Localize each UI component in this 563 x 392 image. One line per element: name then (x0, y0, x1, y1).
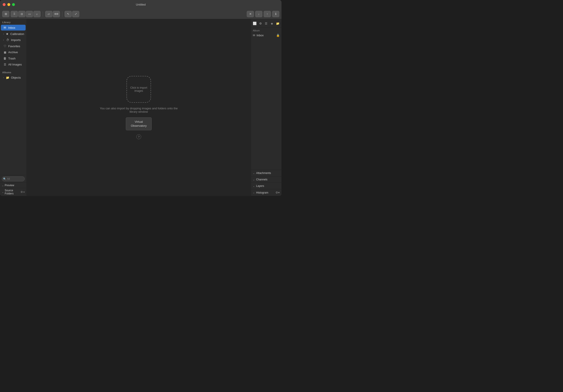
import-area: Click to import images You can also impo… (100, 76, 178, 139)
grid-view-button[interactable]: ⠿ (11, 11, 18, 17)
sidebar-item-objects[interactable]: › 📁 Objects (1, 75, 26, 80)
main-window: Untitled ⊞ ⠿ ⊟ ▭ ⌕ ▱ (0, 0, 282, 196)
channels-chevron-icon: ⌄ (253, 178, 255, 181)
panel-grid-button[interactable]: ⊞⊞ (53, 11, 60, 17)
stop-icon: ✕ (249, 12, 252, 16)
rp-diamond-icon: ◈ (271, 22, 273, 25)
attachments-section[interactable]: ⌄ Attachments (251, 170, 282, 176)
upload-button[interactable]: ↑ (264, 11, 271, 17)
search-mag-icon: 🔍 (3, 178, 6, 180)
compare-view-button[interactable]: ⊟ (18, 11, 26, 17)
right-panel-toolbar: ⬜ ⚙ ☰ ◈ 📁 (251, 19, 282, 28)
preview-chevron-icon: ⌄ (2, 184, 4, 187)
virtual-obs-line1: Virtual (135, 120, 143, 123)
rp-square-button[interactable]: ⬜ (252, 21, 257, 26)
detail-view-button[interactable]: ▭ (26, 11, 33, 17)
sidebar-item-inbox[interactable]: ✉ Inbox (1, 25, 26, 30)
preview-row[interactable]: ⌄ Preview (0, 183, 26, 188)
favorites-icon: ♡ (3, 44, 7, 48)
toolbar-sep-2 (62, 11, 62, 17)
toolbar: ⊞ ⠿ ⊟ ▭ ⌕ ▱ ⊞⊞ (0, 9, 282, 19)
panel-grid-icon: ⊞⊞ (54, 13, 58, 15)
histogram-section[interactable]: ⌄ Histogram ⚙▾ (251, 189, 282, 196)
toolbar-view-group: ⠿ ⊟ ▭ ⌕ (11, 11, 40, 17)
source-folders-chevron-icon: ⌄ (2, 191, 4, 194)
rp-sliders-button[interactable]: ⚙ (258, 21, 263, 26)
compare-view-icon: ⊟ (21, 13, 23, 16)
sidebar-item-calibration[interactable]: › ★ Calibration (1, 31, 26, 37)
right-panel-inbox-row: ✉ Inbox 🔒 (251, 32, 282, 38)
help-icon: ? (138, 135, 140, 139)
virtual-observatory-button[interactable]: Virtual Observatory (126, 117, 152, 130)
imports-icon: ⏱ (6, 38, 9, 42)
rp-list-button[interactable]: ☰ (264, 21, 269, 26)
toolbar-right-group: ✕ ↓ ↑ ℹ (247, 11, 279, 17)
rp-sliders-icon: ⚙ (259, 22, 262, 25)
maximize-button[interactable] (12, 3, 15, 6)
sidebar-item-all-images[interactable]: ☰ All Images (1, 62, 26, 67)
sidebar-item-objects-label: Objects (11, 76, 21, 79)
download-button[interactable]: ↓ (255, 11, 262, 17)
sidebar-item-archive-label: Archive (8, 51, 18, 54)
close-button[interactable] (3, 3, 6, 6)
lock-icon: 🔒 (276, 34, 280, 37)
sidebar-toggle-button[interactable]: ⊞ (2, 11, 9, 17)
select-tool-icon: ⤢ (75, 12, 77, 16)
histogram-chevron-icon: ⌄ (253, 191, 255, 194)
virtual-obs-line2: Observatory (131, 124, 147, 127)
grid-view-icon: ⠿ (13, 13, 15, 16)
sidebar: Library ✉ Inbox › ★ Calibration › ⏱ Impo… (0, 19, 27, 196)
rp-inbox-icon: ✉ (253, 34, 255, 37)
channels-label: Channels (256, 178, 268, 181)
panel-left-button[interactable]: ▱ (45, 11, 52, 17)
sidebar-item-trash[interactable]: 🗑 Trash (1, 55, 26, 61)
channels-section[interactable]: ⌄ Channels (251, 176, 282, 183)
toolbar-sep-1 (43, 11, 43, 17)
source-folders-gear-icon[interactable]: ⚙ (21, 190, 23, 194)
rp-folder-icon: 📁 (276, 22, 280, 25)
select-tool-button[interactable]: ⤢ (72, 11, 79, 17)
imports-chevron-icon: › (3, 39, 4, 41)
rp-folder-button[interactable]: 📁 (275, 21, 280, 26)
rp-diamond-button[interactable]: ◈ (269, 21, 274, 26)
minimize-button[interactable] (7, 3, 10, 6)
source-folders-dropdown-icon[interactable]: ▾ (23, 191, 25, 194)
all-images-icon: ☰ (3, 63, 7, 66)
source-folders-row[interactable]: ⌄ Source Folders ⚙ ▾ (0, 188, 26, 196)
sidebar-item-inbox-label: Inbox (8, 26, 15, 29)
help-button[interactable]: ? (136, 134, 141, 139)
sidebar-item-archive[interactable]: ▦ Archive (1, 50, 26, 55)
stop-button[interactable]: ✕ (247, 11, 254, 17)
sidebar-item-calibration-label: Calibration (10, 32, 24, 36)
layers-chevron-icon: ⌄ (253, 185, 255, 187)
cursor-tool-button[interactable]: ↖ (64, 11, 72, 17)
sidebar-item-trash-label: Trash (8, 57, 16, 60)
search-icon: ⌕ (36, 12, 38, 16)
import-hint-text: You can also import by dropping images a… (100, 107, 178, 113)
calibration-icon: ★ (6, 32, 9, 36)
sidebar-item-favorites[interactable]: ♡ Favorites (1, 43, 26, 49)
histogram-label: Histogram (256, 191, 268, 194)
source-folders-label: Source Folders (5, 189, 21, 195)
center-area[interactable]: Click to import images You can also impo… (27, 19, 251, 196)
sidebar-search-area: 🔍 (0, 175, 26, 183)
calibration-chevron-icon: › (3, 33, 4, 35)
cursor-tool-icon: ↖ (67, 12, 69, 16)
attachments-chevron-icon: ⌄ (253, 172, 255, 175)
right-panel-content (251, 38, 282, 170)
sidebar-item-imports[interactable]: › ⏱ Imports (1, 37, 26, 43)
search-button[interactable]: ⌕ (33, 11, 40, 17)
archive-icon: ▦ (3, 51, 7, 54)
layers-section[interactable]: ⌄ Layers (251, 183, 282, 189)
import-label: Click to import images (127, 84, 151, 94)
toolbar-left-group: ⊞ (2, 11, 9, 17)
search-wrap: 🔍 (2, 176, 25, 181)
right-panel-bottom: ⌄ Attachments ⌄ Channels ⌄ Layers ⌄ Hist… (251, 170, 282, 196)
info-button[interactable]: ℹ (272, 11, 279, 17)
objects-chevron-icon: › (3, 76, 4, 79)
import-drop-zone[interactable]: Click to import images (127, 76, 151, 103)
sidebar-item-all-images-label: All Images (8, 63, 22, 66)
histogram-gear-icon[interactable]: ⚙▾ (275, 191, 280, 194)
info-icon: ℹ (275, 12, 276, 16)
trash-icon: 🗑 (3, 57, 7, 60)
